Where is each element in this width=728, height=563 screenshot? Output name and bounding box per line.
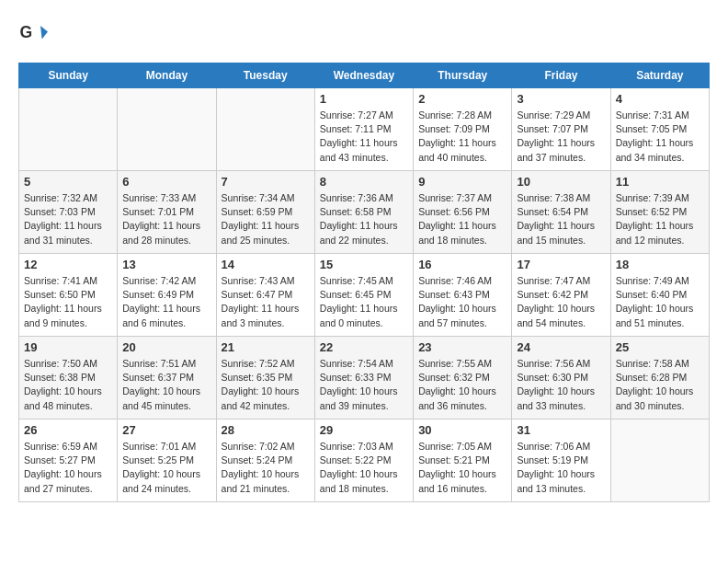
day-info: Sunrise: 7:54 AM Sunset: 6:33 PM Dayligh… bbox=[320, 357, 408, 413]
week-row-3: 12Sunrise: 7:41 AM Sunset: 6:50 PM Dayli… bbox=[19, 254, 710, 337]
day-number: 21 bbox=[222, 340, 310, 354]
day-info: Sunrise: 7:33 AM Sunset: 7:01 PM Dayligh… bbox=[122, 191, 210, 247]
day-cell: 26Sunrise: 6:59 AM Sunset: 5:27 PM Dayli… bbox=[19, 419, 118, 502]
day-number: 20 bbox=[122, 340, 210, 354]
day-number: 22 bbox=[320, 340, 408, 354]
day-cell: 5Sunrise: 7:32 AM Sunset: 7:03 PM Daylig… bbox=[19, 171, 118, 254]
week-row-2: 5Sunrise: 7:32 AM Sunset: 7:03 PM Daylig… bbox=[19, 171, 710, 254]
day-number: 12 bbox=[24, 258, 112, 271]
col-header-friday: Friday bbox=[512, 63, 610, 88]
logo: G bbox=[18, 18, 53, 48]
col-header-saturday: Saturday bbox=[610, 63, 709, 88]
day-cell: 22Sunrise: 7:54 AM Sunset: 6:33 PM Dayli… bbox=[314, 337, 413, 419]
day-number: 26 bbox=[24, 423, 112, 437]
col-header-monday: Monday bbox=[118, 63, 216, 88]
day-number: 11 bbox=[616, 175, 704, 189]
svg-marker-1 bbox=[40, 26, 48, 39]
day-info: Sunrise: 7:27 AM Sunset: 7:11 PM Dayligh… bbox=[320, 109, 408, 165]
day-info: Sunrise: 7:28 AM Sunset: 7:09 PM Dayligh… bbox=[418, 109, 506, 165]
day-number: 5 bbox=[24, 175, 112, 189]
day-number: 24 bbox=[517, 340, 605, 354]
day-number: 2 bbox=[418, 92, 506, 106]
day-cell: 11Sunrise: 7:39 AM Sunset: 6:52 PM Dayli… bbox=[610, 171, 709, 254]
week-row-5: 26Sunrise: 6:59 AM Sunset: 5:27 PM Dayli… bbox=[19, 419, 710, 502]
day-info: Sunrise: 7:05 AM Sunset: 5:21 PM Dayligh… bbox=[418, 440, 506, 496]
day-number: 9 bbox=[418, 175, 506, 189]
day-cell bbox=[216, 88, 314, 171]
day-info: Sunrise: 7:38 AM Sunset: 6:54 PM Dayligh… bbox=[517, 191, 605, 247]
page-header: G bbox=[18, 18, 710, 48]
day-info: Sunrise: 7:37 AM Sunset: 6:56 PM Dayligh… bbox=[418, 191, 506, 247]
day-info: Sunrise: 7:56 AM Sunset: 6:30 PM Dayligh… bbox=[517, 357, 605, 413]
day-cell: 4Sunrise: 7:31 AM Sunset: 7:05 PM Daylig… bbox=[610, 88, 709, 171]
day-cell: 20Sunrise: 7:51 AM Sunset: 6:37 PM Dayli… bbox=[118, 337, 216, 419]
day-cell: 1Sunrise: 7:27 AM Sunset: 7:11 PM Daylig… bbox=[314, 88, 413, 171]
day-info: Sunrise: 7:34 AM Sunset: 6:59 PM Dayligh… bbox=[222, 191, 310, 247]
day-number: 14 bbox=[222, 258, 310, 271]
day-cell: 10Sunrise: 7:38 AM Sunset: 6:54 PM Dayli… bbox=[512, 171, 610, 254]
day-cell: 17Sunrise: 7:47 AM Sunset: 6:42 PM Dayli… bbox=[512, 254, 610, 337]
svg-text:G: G bbox=[20, 23, 33, 41]
week-row-1: 1Sunrise: 7:27 AM Sunset: 7:11 PM Daylig… bbox=[19, 88, 710, 171]
day-number: 1 bbox=[320, 92, 408, 106]
day-info: Sunrise: 7:51 AM Sunset: 6:37 PM Dayligh… bbox=[122, 357, 210, 413]
day-number: 30 bbox=[418, 423, 506, 437]
day-info: Sunrise: 7:32 AM Sunset: 7:03 PM Dayligh… bbox=[24, 191, 112, 247]
day-info: Sunrise: 7:52 AM Sunset: 6:35 PM Dayligh… bbox=[222, 357, 310, 413]
col-header-tuesday: Tuesday bbox=[216, 63, 314, 88]
day-cell: 24Sunrise: 7:56 AM Sunset: 6:30 PM Dayli… bbox=[512, 337, 610, 419]
day-number: 19 bbox=[24, 340, 112, 354]
day-number: 18 bbox=[616, 258, 704, 271]
day-info: Sunrise: 7:43 AM Sunset: 6:47 PM Dayligh… bbox=[222, 274, 310, 330]
day-cell: 7Sunrise: 7:34 AM Sunset: 6:59 PM Daylig… bbox=[216, 171, 314, 254]
day-cell: 3Sunrise: 7:29 AM Sunset: 7:07 PM Daylig… bbox=[512, 88, 610, 171]
day-info: Sunrise: 7:42 AM Sunset: 6:49 PM Dayligh… bbox=[122, 274, 210, 330]
day-cell: 14Sunrise: 7:43 AM Sunset: 6:47 PM Dayli… bbox=[216, 254, 314, 337]
day-cell: 27Sunrise: 7:01 AM Sunset: 5:25 PM Dayli… bbox=[118, 419, 216, 502]
day-info: Sunrise: 7:41 AM Sunset: 6:50 PM Dayligh… bbox=[24, 274, 112, 330]
week-row-4: 19Sunrise: 7:50 AM Sunset: 6:38 PM Dayli… bbox=[19, 337, 710, 419]
day-cell: 31Sunrise: 7:06 AM Sunset: 5:19 PM Dayli… bbox=[512, 419, 610, 502]
day-cell: 16Sunrise: 7:46 AM Sunset: 6:43 PM Dayli… bbox=[414, 254, 512, 337]
day-number: 4 bbox=[616, 92, 704, 106]
day-cell: 19Sunrise: 7:50 AM Sunset: 6:38 PM Dayli… bbox=[19, 337, 118, 419]
day-number: 29 bbox=[320, 423, 408, 437]
day-info: Sunrise: 7:45 AM Sunset: 6:45 PM Dayligh… bbox=[320, 274, 408, 330]
day-cell bbox=[610, 419, 709, 502]
day-info: Sunrise: 7:50 AM Sunset: 6:38 PM Dayligh… bbox=[24, 357, 112, 413]
day-info: Sunrise: 7:31 AM Sunset: 7:05 PM Dayligh… bbox=[616, 109, 704, 165]
day-info: Sunrise: 7:47 AM Sunset: 6:42 PM Dayligh… bbox=[517, 274, 605, 330]
day-cell bbox=[118, 88, 216, 171]
day-cell: 28Sunrise: 7:02 AM Sunset: 5:24 PM Dayli… bbox=[216, 419, 314, 502]
day-info: Sunrise: 6:59 AM Sunset: 5:27 PM Dayligh… bbox=[24, 440, 112, 496]
day-cell: 25Sunrise: 7:58 AM Sunset: 6:28 PM Dayli… bbox=[610, 337, 709, 419]
day-cell: 12Sunrise: 7:41 AM Sunset: 6:50 PM Dayli… bbox=[19, 254, 118, 337]
day-number: 10 bbox=[517, 175, 605, 189]
day-cell: 30Sunrise: 7:05 AM Sunset: 5:21 PM Dayli… bbox=[414, 419, 512, 502]
day-cell: 6Sunrise: 7:33 AM Sunset: 7:01 PM Daylig… bbox=[118, 171, 216, 254]
col-header-sunday: Sunday bbox=[19, 63, 118, 88]
day-cell: 29Sunrise: 7:03 AM Sunset: 5:22 PM Dayli… bbox=[314, 419, 413, 502]
logo-icon: G bbox=[18, 18, 48, 48]
day-number: 28 bbox=[222, 423, 310, 437]
day-cell: 13Sunrise: 7:42 AM Sunset: 6:49 PM Dayli… bbox=[118, 254, 216, 337]
day-cell: 21Sunrise: 7:52 AM Sunset: 6:35 PM Dayli… bbox=[216, 337, 314, 419]
day-number: 31 bbox=[517, 423, 605, 437]
day-info: Sunrise: 7:02 AM Sunset: 5:24 PM Dayligh… bbox=[222, 440, 310, 496]
day-number: 7 bbox=[222, 175, 310, 189]
day-cell bbox=[19, 88, 118, 171]
day-info: Sunrise: 7:58 AM Sunset: 6:28 PM Dayligh… bbox=[616, 357, 704, 413]
day-info: Sunrise: 7:46 AM Sunset: 6:43 PM Dayligh… bbox=[418, 274, 506, 330]
day-number: 27 bbox=[122, 423, 210, 437]
day-number: 16 bbox=[418, 258, 506, 271]
day-cell: 15Sunrise: 7:45 AM Sunset: 6:45 PM Dayli… bbox=[314, 254, 413, 337]
day-number: 6 bbox=[122, 175, 210, 189]
day-number: 17 bbox=[517, 258, 605, 271]
day-info: Sunrise: 7:49 AM Sunset: 6:40 PM Dayligh… bbox=[616, 274, 704, 330]
day-cell: 18Sunrise: 7:49 AM Sunset: 6:40 PM Dayli… bbox=[610, 254, 709, 337]
day-info: Sunrise: 7:03 AM Sunset: 5:22 PM Dayligh… bbox=[320, 440, 408, 496]
day-cell: 23Sunrise: 7:55 AM Sunset: 6:32 PM Dayli… bbox=[414, 337, 512, 419]
day-cell: 2Sunrise: 7:28 AM Sunset: 7:09 PM Daylig… bbox=[414, 88, 512, 171]
col-header-wednesday: Wednesday bbox=[314, 63, 413, 88]
day-number: 25 bbox=[616, 340, 704, 354]
